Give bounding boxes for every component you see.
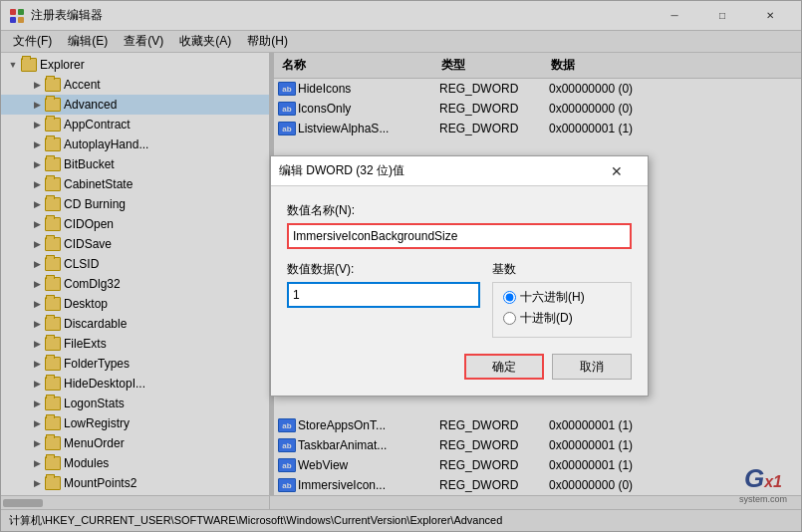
base-label: 基数 [492,261,632,278]
name-label: 数值名称(N): [287,202,632,219]
base-group: 十六进制(H) 十进制(D) [492,282,632,338]
dialog-body: 数值名称(N): 数值数据(V): 基数 十六进制(H) [271,186,648,396]
dec-radio[interactable] [503,312,516,325]
dialog-title: 编辑 DWORD (32 位)值 [279,162,594,179]
base-section: 基数 十六进制(H) 十进制(D) [492,261,632,338]
dialog-buttons: 确定 取消 [287,354,632,380]
main-window: 注册表编辑器 ─ □ ✕ 文件(F) 编辑(E) 查看(V) 收藏夹(A) 帮助… [0,0,802,532]
data-label: 数值数据(V): [287,261,480,278]
name-input[interactable] [287,223,632,249]
edit-dword-dialog: 编辑 DWORD (32 位)值 ✕ 数值名称(N): 数值数据(V): 基数 [270,155,649,397]
dec-radio-text: 十进制(D) [520,310,573,327]
dialog-close-button[interactable]: ✕ [594,156,640,186]
hex-radio[interactable] [503,291,516,304]
value-section: 数值数据(V): [287,261,480,308]
dialog-title-bar: 编辑 DWORD (32 位)值 ✕ [271,156,648,186]
hex-radio-text: 十六进制(H) [520,289,585,306]
modal-overlay: 编辑 DWORD (32 位)值 ✕ 数值名称(N): 数值数据(V): 基数 [1,1,801,531]
data-input[interactable] [287,282,480,308]
dec-radio-label[interactable]: 十进制(D) [503,310,621,327]
data-row: 数值数据(V): 基数 十六进制(H) 十进制(D) [287,261,632,338]
cancel-button[interactable]: 取消 [552,354,632,380]
hex-radio-label[interactable]: 十六进制(H) [503,289,621,306]
ok-button[interactable]: 确定 [464,354,544,380]
